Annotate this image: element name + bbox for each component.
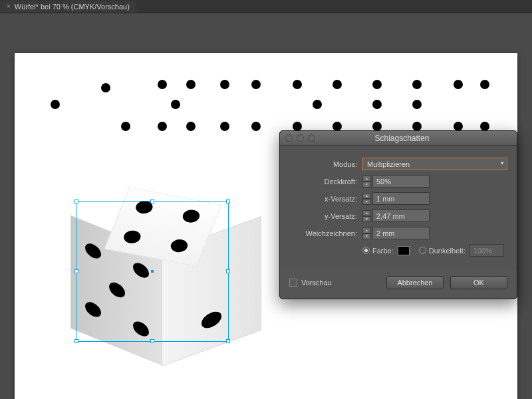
dialog-footer: Vorschau Abbrechen OK (280, 269, 517, 299)
cancel-button[interactable]: Abbrechen (386, 276, 444, 289)
handle-bot-mid[interactable] (150, 339, 154, 343)
opacity-stepper[interactable]: ▴▾ (362, 176, 371, 188)
color-label: Farbe: (372, 247, 394, 255)
handle-bot-left[interactable] (74, 339, 78, 343)
ok-button[interactable]: OK (450, 276, 507, 289)
handle-top-mid[interactable] (150, 200, 154, 203)
mode-label: Modus: (289, 160, 362, 168)
tab-bar: × Würfel* bei 70 % (CMYK/Vorschau) (0, 0, 532, 13)
x-offset-stepper[interactable]: ▴▾ (362, 193, 371, 205)
x-offset-label: x-Versatz: (289, 195, 362, 203)
dialog-title: Schlagschatten (293, 134, 511, 143)
darkness-input (469, 244, 504, 257)
mode-select[interactable]: Multiplizieren (362, 158, 507, 170)
y-offset-label: y-Versatz: (289, 212, 362, 220)
document-tab[interactable]: × Würfel* bei 70 % (CMYK/Vorschau) (0, 1, 136, 13)
x-offset-input[interactable] (372, 192, 430, 205)
darkness-label: Dunkelheit: (429, 247, 466, 255)
close-icon[interactable]: × (7, 3, 11, 10)
preview-checkbox[interactable] (289, 279, 297, 287)
blur-input[interactable] (372, 227, 430, 239)
preview-label: Vorschau (301, 279, 332, 287)
y-offset-stepper[interactable]: ▴▾ (362, 210, 371, 222)
handle-bot-right[interactable] (226, 339, 230, 343)
color-swatch[interactable] (398, 246, 410, 255)
drop-shadow-dialog[interactable]: Schlagschatten Modus: Multiplizieren Dec… (279, 130, 517, 299)
close-window-icon[interactable] (285, 134, 293, 142)
opacity-input[interactable] (372, 175, 430, 188)
blur-stepper[interactable]: ▴▾ (362, 227, 371, 239)
selection-center[interactable] (151, 270, 154, 273)
tab-title: Würfel* bei 70 % (CMYK/Vorschau) (15, 3, 130, 11)
color-radio[interactable] (362, 247, 370, 254)
dialog-body: Modus: Multiplizieren Deckkraft: ▴▾ x-Ve… (280, 146, 517, 269)
handle-mid-left[interactable] (74, 269, 78, 273)
blur-label: Weichzeichnen: (289, 229, 362, 237)
darkness-radio[interactable] (419, 247, 426, 254)
y-offset-input[interactable] (372, 209, 430, 222)
selection-box[interactable] (76, 201, 229, 342)
opacity-label: Deckkraft: (289, 178, 362, 186)
dialog-titlebar[interactable]: Schlagschatten (280, 131, 517, 146)
handle-top-right[interactable] (226, 200, 230, 203)
handle-top-left[interactable] (74, 200, 78, 203)
handle-mid-right[interactable] (226, 269, 230, 273)
